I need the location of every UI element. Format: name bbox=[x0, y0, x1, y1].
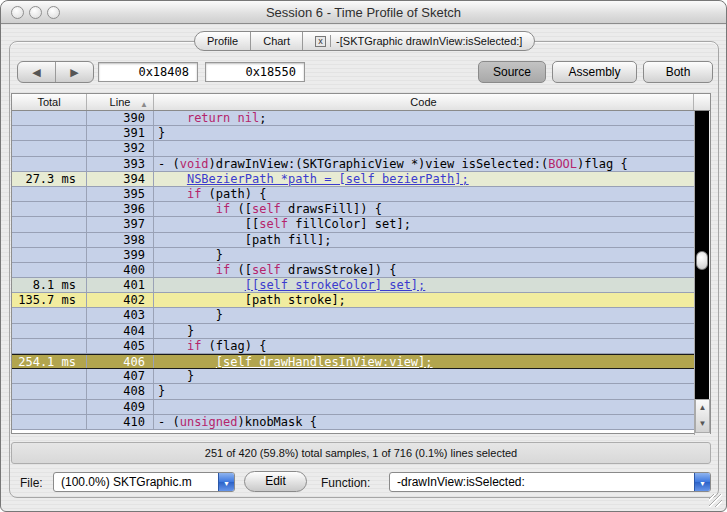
line-number-cell: 394 bbox=[87, 172, 154, 186]
code-cell: NSBezierPath *path = [self bezierPath]; bbox=[154, 172, 678, 186]
total-time-cell bbox=[12, 157, 87, 171]
table-row[interactable]: 393- (void)drawInView:(SKTGraphicView *)… bbox=[12, 157, 710, 172]
code-text: self bbox=[252, 263, 281, 277]
code-text: BOOL bbox=[548, 157, 577, 171]
code-link[interactable]: NSBezierPath *path = [self bezierPath]; bbox=[187, 172, 469, 186]
code-cell: [path stroke]; bbox=[154, 293, 678, 307]
line-number-cell: 402 bbox=[87, 293, 154, 307]
table-row[interactable]: 405 if (flag) { bbox=[12, 339, 710, 354]
scrollbar-thumb[interactable] bbox=[696, 251, 708, 270]
tab-profile[interactable]: Profile bbox=[195, 32, 250, 50]
function-popup[interactable]: -drawInView:isSelected: ▼ bbox=[389, 472, 711, 492]
table-row[interactable]: 403 } bbox=[12, 308, 710, 323]
code-text: nil bbox=[238, 111, 260, 125]
code-text: - ( bbox=[158, 157, 180, 171]
table-row[interactable]: 410- (unsigned)knobMask { bbox=[12, 415, 710, 430]
tab-profile-label: Profile bbox=[207, 35, 238, 47]
table-row[interactable]: 390 return nil; bbox=[12, 111, 710, 126]
back-icon: ◀ bbox=[32, 66, 40, 78]
table-row[interactable]: 397 [[self fillColor] set]; bbox=[12, 217, 710, 232]
table-row[interactable]: 392 bbox=[12, 141, 710, 156]
table-row[interactable]: 396 if ([self drawsFill]) { bbox=[12, 202, 710, 217]
table-row[interactable]: 8.1 ms401 [[self strokeColor] set]; bbox=[12, 278, 710, 293]
source-view-button[interactable]: Source bbox=[478, 61, 546, 83]
table-row[interactable]: 408} bbox=[12, 384, 710, 399]
code-text: ([ bbox=[230, 263, 252, 277]
tab-chart[interactable]: Chart bbox=[250, 32, 302, 50]
column-header-line[interactable]: Line▲ bbox=[87, 94, 154, 110]
code-text: ; bbox=[259, 111, 266, 125]
code-text: drawsFill]) { bbox=[281, 202, 382, 216]
table-row[interactable]: 391} bbox=[12, 126, 710, 141]
table-row[interactable]: 135.7 ms402 [path stroke]; bbox=[12, 293, 710, 308]
table-row[interactable]: 399 } bbox=[12, 248, 710, 263]
line-number-cell: 406 bbox=[87, 355, 154, 368]
code-cell: [self drawHandlesInView:view]; bbox=[154, 355, 678, 368]
code-text bbox=[158, 202, 216, 216]
line-number-cell: 391 bbox=[87, 126, 154, 140]
code-cell: } bbox=[154, 369, 678, 383]
code-cell: return nil; bbox=[154, 111, 678, 125]
code-cell: [path fill]; bbox=[154, 233, 678, 247]
code-text: fillColor] set]; bbox=[288, 217, 411, 231]
back-button[interactable]: ◀ bbox=[18, 62, 56, 82]
code-link[interactable]: [self drawHandlesInView:view]; bbox=[216, 355, 433, 368]
edit-button[interactable]: Edit bbox=[244, 471, 307, 492]
code-cell: if (path) { bbox=[154, 187, 678, 201]
total-time-cell bbox=[12, 126, 87, 140]
scroll-up-icon[interactable]: ▲ bbox=[696, 400, 709, 416]
total-time-cell: 254.1 ms bbox=[12, 355, 87, 368]
code-cell bbox=[154, 141, 678, 155]
scrollbar-track[interactable] bbox=[695, 111, 709, 399]
tab-divider bbox=[330, 35, 331, 47]
assembly-view-button[interactable]: Assembly bbox=[552, 61, 637, 83]
table-row[interactable]: 395 if (path) { bbox=[12, 187, 710, 202]
code-text: if bbox=[187, 187, 201, 201]
code-text: void bbox=[180, 157, 209, 171]
total-time-cell bbox=[12, 400, 87, 414]
resize-grip[interactable] bbox=[709, 494, 722, 507]
code-cell: - (void)drawInView:(SKTGraphicView *)vie… bbox=[154, 157, 678, 171]
table-row[interactable]: 254.1 ms406 [self drawHandlesInView:view… bbox=[12, 354, 710, 369]
file-label: File: bbox=[20, 476, 43, 490]
line-number-cell: 400 bbox=[87, 263, 154, 277]
table-row[interactable]: 409 bbox=[12, 400, 710, 415]
line-number-cell: 393 bbox=[87, 157, 154, 171]
code-text: unsigned bbox=[180, 415, 238, 429]
scroll-down-icon[interactable]: ▼ bbox=[696, 416, 709, 432]
code-cell: [[self fillColor] set]; bbox=[154, 217, 678, 231]
both-view-button[interactable]: Both bbox=[643, 61, 713, 83]
close-tab-icon[interactable]: x bbox=[315, 36, 326, 47]
code-text: self bbox=[259, 217, 288, 231]
total-time-cell bbox=[12, 384, 87, 398]
profile-code-table: Total Line▲ Code 390 return nil;391}3923… bbox=[11, 93, 711, 434]
title-bar: Session 6 - Time Profile of Sketch bbox=[1, 1, 726, 24]
tab-source-view[interactable]: x -[SKTGraphic drawInView:isSelected:] bbox=[302, 32, 534, 50]
file-popup[interactable]: (100.0%) SKTGraphic.m ▼ bbox=[53, 472, 235, 492]
total-time-cell bbox=[12, 263, 87, 277]
table-row[interactable]: 407 } bbox=[12, 369, 710, 384]
address-start-field[interactable]: 0x18408 bbox=[98, 62, 198, 82]
line-number-cell: 396 bbox=[87, 202, 154, 216]
code-text bbox=[158, 355, 216, 368]
function-popup-button[interactable]: ▼ bbox=[694, 473, 710, 491]
code-cell: if ([self drawsFill]) { bbox=[154, 202, 678, 216]
line-number-cell: 403 bbox=[87, 308, 154, 322]
column-header-code[interactable]: Code bbox=[154, 94, 694, 110]
table-row[interactable]: 398 [path fill]; bbox=[12, 233, 710, 248]
code-link[interactable]: [[self strokeColor] set]; bbox=[245, 278, 426, 292]
code-text: - ( bbox=[158, 415, 180, 429]
table-row[interactable]: 27.3 ms394 NSBezierPath *path = [self be… bbox=[12, 172, 710, 187]
address-end-field[interactable]: 0x18550 bbox=[205, 62, 305, 82]
table-row[interactable]: 400 if ([self drawsStroke]) { bbox=[12, 263, 710, 278]
code-text: drawsStroke]) { bbox=[281, 263, 397, 277]
code-text bbox=[158, 172, 187, 186]
code-text: [path fill]; bbox=[158, 233, 331, 247]
column-header-total[interactable]: Total bbox=[12, 94, 87, 110]
dropdown-arrow-icon: ▼ bbox=[223, 480, 230, 487]
code-cell: } bbox=[154, 384, 678, 398]
forward-button[interactable]: ▶ bbox=[56, 62, 93, 82]
code-cell bbox=[154, 400, 678, 414]
file-popup-button[interactable]: ▼ bbox=[218, 473, 234, 491]
table-row[interactable]: 404 } bbox=[12, 324, 710, 339]
